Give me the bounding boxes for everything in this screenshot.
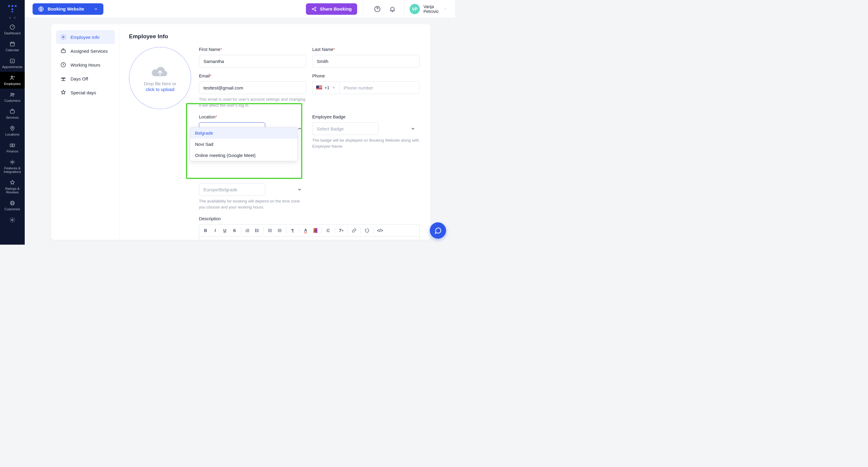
chevron-down-icon [410,126,415,131]
tab-days-off[interactable]: Days Off [56,72,115,86]
nav-customers[interactable]: Customers [0,89,25,105]
svg-rect-4 [11,11,13,12]
svg-point-27 [63,36,64,38]
svg-point-10 [13,93,14,95]
strike-button[interactable]: S [230,226,239,235]
employee-panel: Employee Info Assigned Services Working … [51,24,430,240]
field-label: Last Name [312,47,333,52]
first-name-input[interactable] [199,55,306,67]
description-input[interactable]: Insert text here ... [199,236,420,240]
tab-employee-info[interactable]: Employee Info [56,30,115,44]
share-booking-button[interactable]: Share Booking [306,3,357,15]
svg-point-9 [11,93,12,95]
code-button[interactable]: </> [375,226,384,235]
nav-locations[interactable]: Locations [0,122,25,139]
nav-settings[interactable] [0,214,25,223]
panel-tabs: Employee Info Assigned Services Working … [51,24,120,240]
highlight-button[interactable]: A [311,226,320,235]
location-option[interactable]: Online meeting (Google Meet) [190,150,298,161]
svg-point-18 [13,202,13,203]
phone-input[interactable] [339,81,420,94]
underline-button[interactable]: U [220,226,229,235]
help-button[interactable] [371,3,383,15]
italic-button[interactable]: I [211,226,220,235]
timezone-select[interactable] [199,183,265,196]
upload-text-2: click to upload [146,87,174,92]
tab-label: Employee Info [70,35,99,40]
chevron-down-icon [94,7,98,11]
nav-collapse-arrows[interactable] [8,16,16,21]
share-icon [311,6,317,12]
nav-label: Services [6,116,19,119]
nav-label: Features & Integrations [0,166,25,174]
svg-point-21 [12,219,13,221]
outdent-button[interactable] [266,226,275,235]
svg-point-12 [12,127,13,128]
chevron-down-icon [297,187,302,192]
align-button[interactable] [324,226,333,235]
nav-features-integrations[interactable]: Features & Integrations [0,156,25,177]
tab-label: Assigned Services [70,49,107,54]
field-label: Description [199,216,221,221]
field-label: Employee Badge [312,115,345,119]
booking-website-dropdown[interactable]: Booking Website [33,3,103,15]
user-menu[interactable]: VP Vanja Petrovic [410,4,447,14]
location-option[interactable]: Belgrade [190,127,298,138]
nav-finance[interactable]: Finance [0,139,25,156]
field-last-name: Last Name* [312,47,420,67]
nav-appointments[interactable]: Appointments [0,55,25,72]
nav-label: Appointments [2,65,22,69]
clear-format-button[interactable]: T× [337,226,346,235]
nav-label: Ratings & Reviews [0,187,25,194]
link-button[interactable] [350,226,359,235]
svg-point-32 [255,231,256,232]
ordered-list-button[interactable] [243,226,252,235]
panel-content: Employee Info Drop file here or click to… [120,24,430,240]
chat-icon [434,226,442,235]
tab-label: Special days [70,90,96,95]
field-first-name: First Name* [199,47,306,67]
unordered-list-button[interactable] [253,226,261,235]
nav-dashboard[interactable]: Dashboard [0,21,25,38]
svg-point-8 [11,76,13,77]
field-label: First Name [199,47,220,52]
nav-calendar[interactable]: Calendar [0,38,25,55]
chat-fab[interactable] [430,222,446,239]
paragraph-button[interactable]: ¶ [288,226,297,235]
nav-label: Dashboard [4,31,21,35]
location-option[interactable]: Novi Sad [190,138,298,150]
chevron-down-icon [332,86,336,90]
svg-rect-3 [11,8,13,10]
nav-label: Locations [5,132,19,136]
phone-country-select[interactable]: +1 [312,81,339,94]
tab-assigned-services[interactable]: Assigned Services [56,44,115,58]
last-name-input[interactable] [312,55,420,67]
svg-rect-1 [11,5,13,7]
notifications-button[interactable] [386,3,398,15]
user-avatar: VP [410,4,420,14]
field-timezone: The availability for booking will depend… [199,183,306,210]
badge-select[interactable] [312,122,378,135]
field-label: Location [199,115,216,119]
svg-rect-13 [10,144,15,147]
text-color-button[interactable]: A [301,226,310,235]
nav-employees[interactable]: Employees [0,72,25,89]
nav-customize[interactable]: Customize [0,197,25,214]
field-description: Description B I U S ¶ [199,216,420,240]
photo-upload[interactable]: Drop file here or click to upload [129,47,191,109]
nav-services[interactable]: Services [0,105,25,122]
tab-special-days[interactable]: Special days [56,86,115,99]
indent-button[interactable] [275,226,284,235]
email-input[interactable] [199,81,306,94]
svg-point-16 [10,201,14,205]
bold-button[interactable]: B [201,226,210,235]
location-dropdown-panel: Belgrade Novi Sad Online meeting (Google… [190,127,298,161]
user-name: Vanja Petrovic [424,4,440,14]
nav-ratings-reviews[interactable]: Ratings & Reviews [0,177,25,197]
gear-icon [60,34,66,40]
svg-point-14 [12,145,13,146]
svg-point-20 [13,204,13,204]
nav-label: Customers [4,99,20,102]
tab-working-hours[interactable]: Working Hours [56,58,115,72]
undo-button[interactable] [363,226,372,235]
